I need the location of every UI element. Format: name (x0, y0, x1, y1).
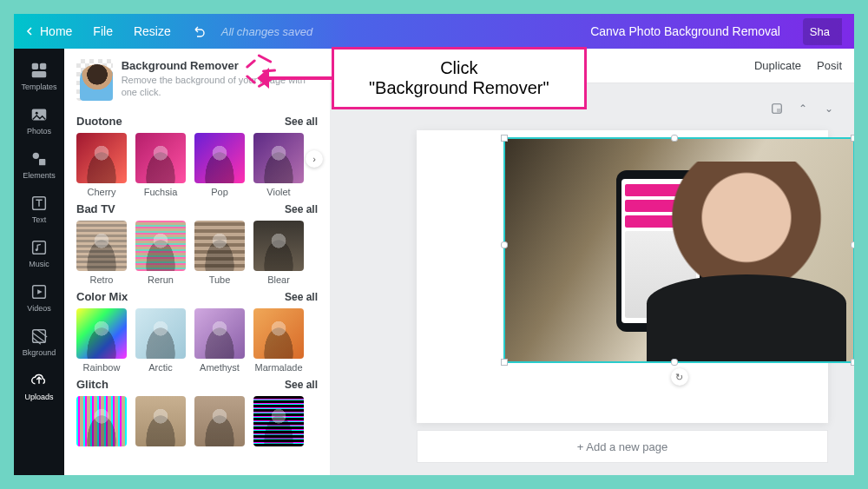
resize-handle-bm[interactable] (671, 359, 678, 366)
page-up-icon[interactable]: ⌃ (792, 97, 814, 120)
rail-text[interactable]: Text (14, 188, 64, 229)
effect-swatch[interactable]: Rainbow (76, 308, 127, 373)
rail-elements[interactable]: Elements (14, 144, 64, 185)
swatch-preview (253, 396, 304, 446)
effect-swatch[interactable] (253, 396, 304, 450)
swatch-preview (135, 221, 186, 271)
effect-swatch[interactable]: Cherry (76, 133, 127, 197)
effect-section: GlitchSee all (76, 378, 318, 450)
rail-music[interactable]: Music (14, 233, 64, 274)
effect-swatch[interactable]: Fuchsia (135, 133, 186, 197)
effect-swatch[interactable]: Amethyst (194, 308, 245, 373)
scroll-right-icon[interactable]: › (306, 150, 323, 168)
rail-uploads[interactable]: Uploads (14, 366, 64, 406)
effect-section: Bad TVSee allRetroRerunTubeBlear (76, 202, 318, 285)
swatch-preview (135, 133, 186, 183)
effect-swatch[interactable]: Rerun (135, 221, 186, 285)
see-all-link[interactable]: See all (285, 379, 318, 391)
swatch-label: Cherry (87, 187, 115, 197)
swatch-preview (253, 133, 304, 183)
swatch-preview (135, 308, 186, 359)
swatch-label: Rainbow (83, 362, 121, 373)
svg-rect-1 (40, 63, 46, 69)
undo-button[interactable] (192, 24, 206, 38)
annotation-arrow (257, 66, 337, 92)
rail-videos[interactable]: Videos (14, 277, 64, 318)
swatch-preview (194, 133, 245, 183)
effect-swatch[interactable]: Pop (194, 133, 245, 197)
rail-templates[interactable]: Templates (14, 56, 64, 96)
swatch-label: Violet (266, 187, 290, 197)
top-menubar: Home File Resize All changes saved Canva… (14, 14, 854, 49)
see-all-link[interactable]: See all (285, 116, 318, 128)
effect-swatch[interactable] (135, 396, 186, 450)
section-title: Color Mix (76, 290, 128, 303)
annotation-callout: Click "Background Remover" (332, 47, 587, 109)
rotate-handle[interactable]: ↻ (671, 368, 688, 386)
swatch-label: Rerun (148, 274, 174, 285)
effect-swatch[interactable] (194, 396, 245, 450)
effect-section: Color MixSee allRainbowArcticAmethystMar… (76, 290, 318, 373)
swatch-label: Marmalade (254, 362, 302, 373)
image-person (647, 162, 846, 361)
document-title[interactable]: Canva Photo Background Removal (590, 24, 780, 38)
swatch-preview (76, 396, 127, 446)
canvas-stage[interactable]: ⌃ ⌄ ↻ (330, 83, 854, 475)
svg-rect-0 (32, 63, 38, 69)
left-rail: Templates Photos Elements Text Music Vid… (14, 49, 64, 475)
home-button[interactable]: Home (26, 24, 72, 38)
effect-swatch[interactable]: Violet (253, 133, 304, 197)
design-page[interactable]: ↻ (417, 130, 828, 423)
svg-point-9 (36, 248, 38, 251)
swatch-label: Blear (267, 274, 290, 285)
effect-swatch[interactable]: Retro (76, 221, 127, 285)
effects-panel: Background Remover Remove the background… (64, 49, 330, 475)
swatch-label: Tube (209, 274, 231, 285)
section-title: Bad TV (76, 202, 115, 215)
swatch-label: Fuchsia (144, 187, 178, 197)
section-title: Duotone (76, 115, 122, 128)
swatch-label: Amethyst (200, 362, 240, 373)
page-notes-icon[interactable] (766, 97, 788, 120)
effect-swatch[interactable] (76, 396, 127, 450)
effect-swatch[interactable]: Marmalade (253, 308, 304, 373)
svg-rect-13 (777, 109, 780, 112)
swatch-preview (76, 308, 127, 359)
svg-point-4 (36, 112, 38, 115)
resize-handle-tm[interactable] (671, 135, 678, 142)
swatch-preview (76, 133, 127, 183)
file-menu[interactable]: File (93, 24, 113, 38)
effect-swatch[interactable]: Blear (253, 221, 304, 285)
svg-rect-6 (39, 159, 45, 165)
share-button[interactable]: Sha (803, 18, 842, 45)
save-status: All changes saved (221, 25, 313, 38)
resize-handle-ml[interactable] (501, 241, 508, 248)
effect-swatch[interactable]: Tube (194, 221, 245, 285)
resize-handle-br[interactable] (851, 359, 854, 366)
swatch-label: Retro (90, 274, 114, 285)
background-remover-thumb (76, 59, 113, 101)
resize-handle-tr[interactable] (851, 135, 854, 142)
resize-handle-bl[interactable] (501, 359, 508, 366)
see-all-link[interactable]: See all (285, 203, 318, 215)
swatch-preview (194, 308, 245, 359)
resize-handle-mr[interactable] (851, 241, 854, 248)
selected-image[interactable]: ↻ (503, 137, 854, 363)
swatch-preview (194, 396, 245, 446)
duplicate-button[interactable]: Duplicate (754, 59, 801, 72)
rail-photos[interactable]: Photos (14, 100, 64, 141)
see-all-link[interactable]: See all (285, 291, 318, 303)
swatch-preview (194, 221, 245, 271)
effect-swatch[interactable]: Arctic (135, 308, 186, 373)
rail-background[interactable]: Bkground (14, 321, 64, 362)
page-down-icon[interactable]: ⌄ (818, 97, 840, 120)
svg-point-5 (33, 153, 39, 159)
swatch-preview (135, 396, 186, 446)
resize-handle-tl[interactable] (501, 135, 508, 142)
swatch-preview (253, 308, 304, 359)
swatch-label: Arctic (148, 362, 173, 373)
position-button[interactable]: Posit (817, 59, 842, 72)
add-page-button[interactable]: + Add a new page (417, 430, 828, 463)
svg-rect-8 (33, 241, 46, 254)
resize-menu[interactable]: Resize (134, 24, 171, 38)
